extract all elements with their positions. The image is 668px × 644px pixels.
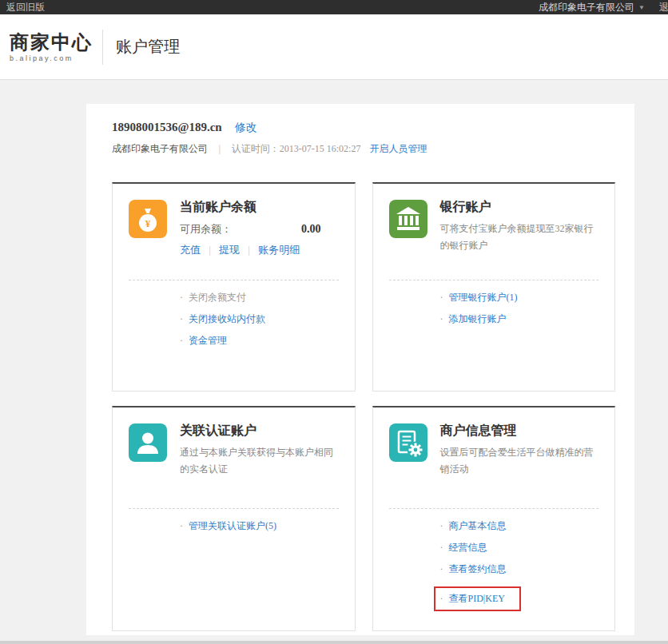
bank-icon (389, 200, 427, 238)
logo-subtitle: b.alipay.com (10, 54, 93, 62)
bullet: · (440, 542, 443, 553)
panel-bank-body: 银行账户 可将支付宝账户余额提现至32家银行的银行账户 (440, 200, 599, 280)
bullet: · (440, 593, 443, 604)
bullet: · (180, 292, 183, 303)
modify-link[interactable]: 修改 (235, 121, 257, 133)
list-item: ·关闭余额支付 (180, 290, 339, 305)
email-row: 18908001536@189.cn 修改 (112, 120, 615, 136)
list-item: ·经营信息 (440, 540, 599, 555)
caret-down-icon: ▼ (638, 4, 645, 11)
bank-panel-desc: 可将支付宝账户余额提现至32家银行的银行账户 (440, 221, 597, 254)
bullet: · (180, 313, 183, 324)
logout-link[interactable]: 退出 (659, 1, 668, 14)
account-email: 18908001536@189.cn (112, 121, 222, 133)
bullet: · (180, 520, 183, 531)
balance-links-list: ·关闭余额支付 ·关闭接收站内付款 ·资金管理 (129, 290, 339, 348)
dashed-divider (129, 508, 339, 509)
dashed-divider (389, 280, 599, 280)
bullet: · (440, 313, 443, 324)
balance-row: 可用余额： 0.00 (180, 222, 339, 237)
staff-management-link[interactable]: 开启人员管理 (369, 143, 427, 154)
list-item: ·关闭接收站内付款 (180, 312, 339, 327)
dashed-divider (129, 280, 339, 280)
linked-links-list: ·管理关联认证账户(5) (129, 519, 339, 534)
company-name-text: 成都印象电子有限公司 (112, 143, 208, 154)
panel-balance: ¥ 当前账户余额 可用余额： 0.00 充值 | (112, 182, 356, 392)
merchant-basic-info-link[interactable]: 商户基本信息 (449, 520, 507, 531)
panel-bank-top: 银行账户 可将支付宝账户余额提现至32家银行的银行账户 (389, 200, 599, 280)
list-item: ·商户基本信息 (440, 519, 599, 534)
bullet: · (440, 563, 443, 574)
withdraw-link[interactable]: 提现 (219, 244, 240, 256)
manage-bank-accounts-link[interactable]: 管理银行账户(1) (449, 292, 518, 303)
view-pid-key-link[interactable]: 查看PID|KEY (449, 593, 505, 604)
topbar: 返回旧版 成都印象电子有限公司 ▼ 退出 (0, 0, 668, 14)
bank-links-list: ·管理银行账户(1) ·添加银行账户 (389, 290, 599, 327)
merchant-links-list: ·商户基本信息 ·经营信息 ·查看签约信息 ·查看PID|KEY (389, 519, 599, 618)
close-receive-onsite-payment-link[interactable]: 关闭接收站内付款 (189, 313, 265, 324)
fund-management-link[interactable]: 资金管理 (189, 335, 227, 346)
content-area: 18908001536@189.cn 修改 成都印象电子有限公司 ｜ 认证时间：… (0, 80, 668, 644)
panel-merchant-top: 商户信息管理 设置后可配合爱生活平台做精准的营销活动 (389, 423, 599, 508)
list-item: ·查看签约信息 (440, 562, 599, 577)
list-item: ·管理银行账户(1) (440, 290, 599, 305)
linked-panel-title: 关联认证账户 (180, 423, 339, 438)
account-card: 18908001536@189.cn 修改 成都印象电子有限公司 ｜ 认证时间：… (86, 104, 634, 635)
user-icon (129, 423, 167, 462)
header-divider (102, 30, 103, 65)
cert-time-label: 认证时间： (232, 143, 280, 154)
back-to-old-version-link[interactable]: 返回旧版 (6, 1, 45, 14)
company-dropdown[interactable]: 成都印象电子有限公司 ▼ (539, 1, 645, 14)
balance-panel-title: 当前账户余额 (180, 200, 339, 214)
panel-linked-body: 关联认证账户 通过与本账户关联获得与本账户相同的实名认证 (180, 423, 339, 508)
panel-balance-body: 当前账户余额 可用余额： 0.00 充值 | 提现 | 账务明细 (180, 200, 339, 280)
panels-grid: ¥ 当前账户余额 可用余额： 0.00 充值 | (112, 182, 615, 631)
bullet: · (180, 335, 183, 346)
available-balance-value: 0.00 (301, 223, 321, 236)
merchant-panel-title: 商户信息管理 (440, 423, 599, 438)
pipe-separator: | (209, 244, 211, 256)
svg-text:¥: ¥ (145, 217, 151, 229)
document-gear-icon (389, 423, 427, 462)
business-info-link[interactable]: 经营信息 (449, 542, 487, 553)
pipe-separator: | (248, 244, 250, 256)
panel-linked-accounts: 关联认证账户 通过与本账户关联获得与本账户相同的实名认证 ·管理关联认证账户(5… (112, 406, 356, 631)
recharge-link[interactable]: 充值 (180, 244, 201, 256)
logo-title: 商家中心 (10, 32, 93, 53)
manage-linked-accounts-link[interactable]: 管理关联认证账户(5) (189, 520, 276, 531)
bank-panel-title: 银行账户 (440, 200, 599, 214)
available-balance-label: 可用余额： (180, 222, 232, 237)
screen: 返回旧版 成都印象电子有限公司 ▼ 退出 商家中心 b.alipay.com 账… (0, 0, 668, 644)
linked-panel-desc: 通过与本账户关联获得与本账户相同的实名认证 (180, 444, 336, 478)
pid-key-highlight-box: ·查看PID|KEY (434, 586, 521, 611)
list-item: ·管理关联认证账户(5) (180, 519, 339, 534)
panel-bank: 银行账户 可将支付宝账户余额提现至32家银行的银行账户 ·管理银行账户(1) ·… (372, 182, 616, 392)
panel-merchant-info: 商户信息管理 设置后可配合爱生活平台做精准的营销活动 ·商户基本信息 ·经营信息… (372, 406, 616, 631)
separator: ｜ (215, 143, 225, 154)
list-item: ·资金管理 (180, 333, 339, 348)
page-title: 账户管理 (116, 36, 180, 58)
list-item: ·添加银行账户 (440, 312, 599, 327)
dashed-divider (389, 508, 599, 509)
balance-actions: 充值 | 提现 | 账务明细 (180, 243, 339, 257)
window-bottom-edge (0, 641, 668, 644)
account-statement-link[interactable]: 账务明细 (258, 244, 300, 256)
bullet: · (440, 520, 443, 531)
view-contract-info-link[interactable]: 查看签约信息 (449, 563, 507, 574)
merchant-panel-desc: 设置后可配合爱生活平台做精准的营销活动 (440, 444, 597, 478)
bullet: · (440, 292, 443, 303)
header: 商家中心 b.alipay.com 账户管理 (0, 14, 668, 80)
panel-balance-top: ¥ 当前账户余额 可用余额： 0.00 充值 | (129, 200, 339, 280)
money-bag-icon: ¥ (129, 200, 167, 238)
merchant-center-logo[interactable]: 商家中心 b.alipay.com (10, 32, 93, 62)
add-bank-account-link[interactable]: 添加银行账户 (449, 313, 507, 324)
company-name: 成都印象电子有限公司 (539, 1, 634, 14)
close-balance-payment-link[interactable]: 关闭余额支付 (189, 292, 246, 303)
topbar-right: 成都印象电子有限公司 ▼ 退出 (539, 1, 668, 14)
cert-time-value: 2013-07-15 16:02:27 (280, 143, 361, 154)
panel-merchant-body: 商户信息管理 设置后可配合爱生活平台做精准的营销活动 (440, 423, 599, 508)
panel-linked-top: 关联认证账户 通过与本账户关联获得与本账户相同的实名认证 (129, 423, 339, 508)
account-info-row: 成都印象电子有限公司 ｜ 认证时间：2013-07-15 16:02:27 开启… (112, 142, 615, 155)
